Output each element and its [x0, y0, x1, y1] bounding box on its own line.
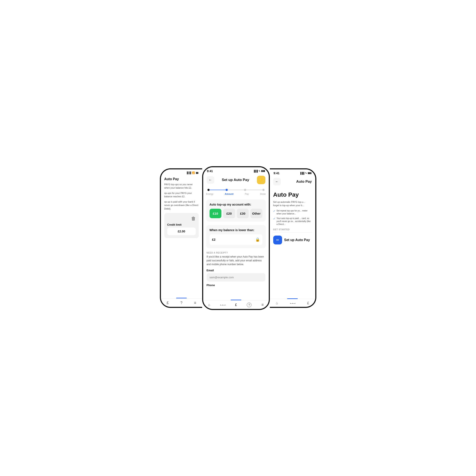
balance-row: £2 🔒	[210, 234, 262, 245]
step-label-pay: Pay	[245, 193, 249, 195]
center-back-button[interactable]: ←	[207, 176, 214, 184]
amount-30-button[interactable]: £30	[237, 209, 249, 218]
autopay-description: Set up automatic PAYG top-u... forget to…	[273, 200, 312, 207]
center-time: 9:41	[207, 169, 213, 173]
center-nav-help[interactable]: ?	[247, 303, 252, 307]
balance-value: £2	[212, 238, 216, 241]
lightning-button[interactable]: ⚡	[257, 176, 265, 184]
nav-pounds[interactable]: £	[167, 301, 169, 305]
right-status-icons: ▐▐▐ ∿ ▮▮▮	[300, 172, 311, 174]
check-item-2: ✓ Your auto top-up is paid ... card, so …	[273, 217, 312, 226]
nav-help[interactable]: ?	[180, 301, 183, 305]
center-status-icons: ▐▐▐ ∿ ▮▮▮	[253, 170, 265, 172]
right-screen-content: Auto Pay Set up automatic PAYG top-u... …	[270, 187, 315, 298]
email-label: Email	[207, 269, 265, 272]
check-text-1: Set repeat top-ups for yo... meter when …	[277, 209, 312, 215]
infinity-icon: ∞	[273, 236, 282, 244]
auto-topup-card: Auto top-up my account with: £10 £20 £30…	[206, 199, 266, 221]
wifi-icon: 📶	[192, 171, 195, 174]
step-dot-done	[262, 189, 265, 191]
center-nav-pounds[interactable]: £	[235, 303, 237, 307]
step-label-done: Done	[260, 193, 266, 195]
lock-icon: 🔒	[255, 237, 260, 242]
battery-icon: ▮▮	[196, 171, 198, 174]
divider	[273, 232, 312, 233]
checkmark-1-icon: ✓	[273, 210, 275, 213]
progress-steps	[203, 186, 269, 193]
right-phone-inner: 9:41 ▐▐▐ ∿ ▮▮▮ ← Auto Pay Auto Pay Set u…	[270, 169, 315, 307]
amount-10-button[interactable]: £10	[210, 209, 221, 218]
center-app-header: ← Set up Auto Pay ⚡	[203, 174, 269, 186]
auto-topup-label: Auto top-up my account with:	[210, 203, 262, 206]
checkmark-2-icon: ✓	[273, 217, 275, 220]
step-labels: Energy Amount Pay Done	[203, 193, 269, 198]
right-phone-frame: 9:41 ▐▐▐ ∿ ▮▮▮ ← Auto Pay Auto Pay Set u…	[270, 168, 316, 308]
phone-label: Phone	[207, 284, 265, 287]
left-desc3: op-up is paid with your bank ll never go…	[164, 200, 199, 211]
step-line-2	[228, 190, 244, 190]
center-status-bar: 9:41 ▐▐▐ ∿ ▮▮▮	[203, 167, 269, 174]
left-bottom-nav: £ ? ≡	[161, 298, 202, 307]
right-header-title: Auto Pay	[296, 180, 312, 184]
left-desc1: PAYG top-ups so you never when your bala…	[164, 183, 199, 190]
amount-20-button[interactable]: £20	[223, 209, 235, 218]
balance-label: When my balance is lower than:	[210, 228, 262, 232]
autopay-main-title: Auto Pay	[273, 191, 312, 198]
receipt-heading: NEED A RECEIPT?	[207, 252, 265, 254]
step-line-1	[210, 190, 226, 190]
step-label-energy: Energy	[206, 193, 214, 195]
trash-icon[interactable]: 🗑	[167, 216, 196, 221]
step-dot-pay	[244, 189, 246, 191]
back-arrow-icon: ←	[209, 178, 212, 182]
center-phone-frame: 9:41 ▐▐▐ ∿ ▮▮▮ ← Set up Auto Pay ⚡	[202, 166, 270, 310]
step-label-amount: Amount	[225, 193, 234, 195]
right-time: 9:41	[274, 171, 280, 175]
right-wifi-icon: ∿	[305, 172, 307, 174]
step-dot-energy	[207, 189, 210, 191]
center-wifi-icon: ∿	[258, 170, 260, 172]
center-phone-inner: 9:41 ▐▐▐ ∿ ▮▮▮ ← Set up Auto Pay ⚡	[203, 167, 269, 309]
right-back-button[interactable]: ←	[273, 178, 281, 186]
step-line-3	[246, 190, 262, 190]
center-nav-home[interactable]: ⌂	[208, 303, 210, 307]
check-text-2: Your auto top-up is paid ... card, so yo…	[277, 217, 312, 226]
left-phone-inner: ▐▐▐ 📶 ▮▮ Auto Pay PAYG top-ups so you ne…	[161, 169, 202, 307]
email-input[interactable]	[207, 273, 265, 281]
check-item-1: ✓ Set repeat top-ups for yo... meter whe…	[273, 209, 312, 215]
right-signal-icon: ▐▐▐	[300, 172, 304, 174]
setup-autopay-label: Set up Auto Pay	[284, 238, 310, 242]
left-desc2: op-ups for your PAYG your balance reache…	[164, 191, 199, 198]
lightning-icon: ⚡	[259, 178, 263, 182]
center-bottom-nav: ⌂ •—•—• £ ? ≡	[203, 300, 269, 309]
right-status-bar: 9:41 ▐▐▐ ∿ ▮▮▮	[270, 169, 315, 176]
amount-buttons: £10 £20 £30 Other	[210, 209, 262, 218]
amount-other-button[interactable]: Other	[250, 209, 262, 218]
center-battery-icon: ▮▮▮	[261, 170, 265, 172]
right-nav-home[interactable]: ⌂	[276, 301, 278, 305]
left-phone-frame: ▐▐▐ 📶 ▮▮ Auto Pay PAYG top-ups so you ne…	[160, 168, 202, 308]
get-started-label: GET STARTED	[273, 228, 312, 231]
signal-icon: ▐▐▐	[186, 171, 191, 174]
right-battery-icon: ▮▮▮	[308, 172, 311, 174]
left-status-bar: ▐▐▐ 📶 ▮▮	[161, 169, 202, 175]
right-bottom-nav: ⌂ •—•—• £	[270, 299, 315, 307]
credit-section: 🗑 Credit limit £2.00	[164, 213, 199, 238]
setup-autopay-button[interactable]: ∞ Set up Auto Pay	[273, 234, 312, 246]
credit-limit-label: Credit limit	[167, 223, 196, 226]
left-screen-content: Auto Pay PAYG top-ups so you never when …	[161, 175, 202, 297]
left-screen-title: Auto Pay	[164, 177, 199, 181]
center-nav-menu[interactable]: ≡	[261, 303, 264, 307]
right-back-arrow-icon: ←	[275, 180, 279, 184]
right-app-header: ← Auto Pay	[270, 176, 315, 187]
balance-card: When my balance is lower than: £2 🔒	[206, 225, 266, 248]
receipt-description: If you'd like a receipt when your Auto P…	[207, 255, 265, 266]
right-nav-nodes[interactable]: •—•—•	[290, 302, 295, 305]
center-nav-nodes[interactable]: •—•—•	[220, 304, 225, 306]
step-dot-amount	[226, 189, 228, 191]
center-header-title: Set up Auto Pay	[222, 178, 249, 182]
right-nav-pounds[interactable]: £	[307, 301, 309, 305]
credit-limit-value: £2.00	[167, 228, 196, 235]
nav-menu[interactable]: ≡	[194, 301, 196, 305]
left-status-icons: ▐▐▐ 📶 ▮▮	[186, 171, 198, 174]
center-signal-icon: ▐▐▐	[253, 170, 257, 172]
